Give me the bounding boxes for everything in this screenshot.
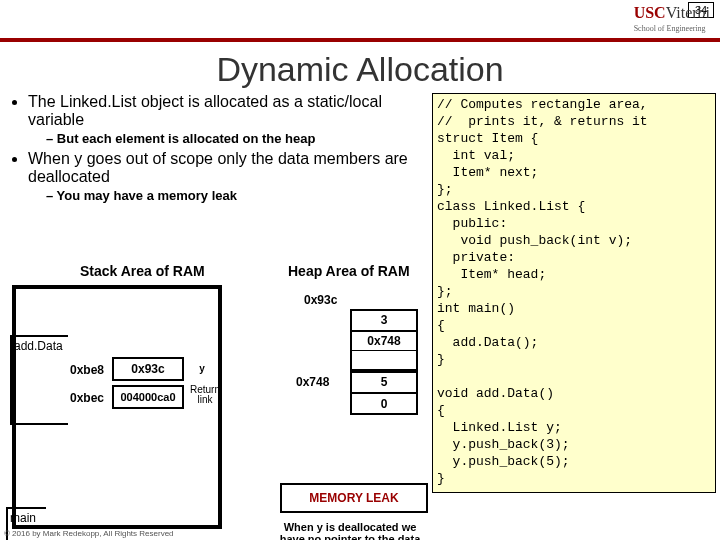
memory-diagram: Stack Area of RAM Heap Area of RAM add.D… [0, 263, 430, 540]
heap-val-5: 5 [350, 371, 418, 393]
bullet-2a: You may have a memory leak [46, 188, 424, 203]
bullet-2: When y goes out of scope only the data m… [28, 150, 408, 185]
heap-val-3: 3 [350, 309, 418, 331]
cell-ca0: 004000ca0 [112, 385, 184, 409]
bullet-1a: But each element is allocated on the hea… [46, 131, 424, 146]
add-data-frame: add.Data [10, 335, 68, 425]
stack-label: Stack Area of RAM [80, 263, 205, 279]
bullet-1: The Linked.List object is allocated as a… [28, 93, 382, 128]
copyright: © 2016 by Mark Redekopp, All Rights Rese… [4, 529, 174, 538]
cell-93c: 0x93c [112, 357, 184, 381]
usc-logo: USCViterbi School of Engineering [634, 4, 710, 33]
slide-title: Dynamic Allocation [0, 50, 720, 89]
return-link-1: Return link [188, 385, 222, 405]
heap-addr-748: 0x748 [296, 375, 329, 389]
logo-sub: School of Engineering [634, 24, 710, 33]
memory-leak-note: When y is deallocated we have no pointer… [270, 521, 430, 540]
bullet-list: The Linked.List object is allocated as a… [4, 93, 424, 207]
heap-label: Heap Area of RAM [288, 263, 410, 279]
heap-next-0: 0 [350, 393, 418, 415]
stack-box: add.Data 0xbe8 0x93c y 0xbec 004000ca0 R… [12, 285, 222, 529]
addr-bec: 0xbec [70, 391, 104, 405]
code-block: // Computes rectangle area, // prints it… [432, 93, 716, 493]
logo-usc: USC [634, 4, 666, 21]
header-divider [0, 38, 720, 42]
heap-addr-93c: 0x93c [304, 293, 337, 307]
heap-next-748: 0x748 [350, 331, 418, 351]
y-label: y [192, 363, 212, 374]
logo-viterbi: Viterbi [666, 4, 710, 21]
memory-leak-label: MEMORY LEAK [280, 491, 428, 505]
addr-be8: 0xbe8 [70, 363, 104, 377]
